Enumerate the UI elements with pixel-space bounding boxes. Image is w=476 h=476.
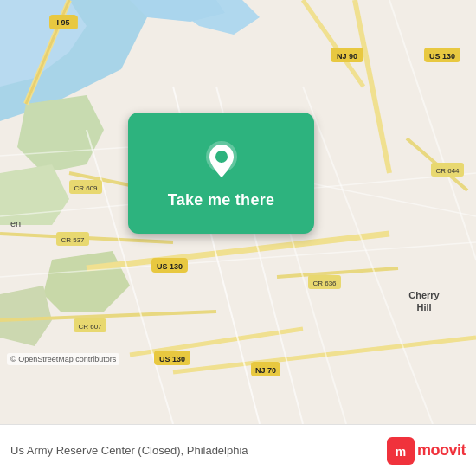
svg-text:NJ 70: NJ 70 <box>255 366 276 375</box>
place-name: Us Army Reserve Center (Closed), Philade… <box>10 444 248 457</box>
svg-text:CR 607: CR 607 <box>78 323 102 331</box>
map-container: I 95 US 130 NJ 90 US 130 CR 609 CR 537 C… <box>0 0 476 424</box>
svg-text:US 130: US 130 <box>159 355 185 363</box>
take-me-there-button-label: Take me there <box>168 191 275 209</box>
svg-text:US 130: US 130 <box>429 52 455 61</box>
take-me-there-card[interactable]: Take me there <box>128 113 314 234</box>
svg-point-58 <box>215 151 228 163</box>
svg-text:I 95: I 95 <box>56 18 69 27</box>
svg-text:Hill: Hill <box>416 302 431 312</box>
moovit-logo: m moovit <box>387 437 466 465</box>
svg-text:CR 644: CR 644 <box>435 167 460 175</box>
moovit-text: moovit <box>417 441 466 460</box>
osm-credit: © OpenStreetMap contributors <box>7 353 119 365</box>
moovit-icon: m <box>387 437 415 465</box>
svg-text:m: m <box>396 445 406 459</box>
svg-text:en: en <box>10 218 21 228</box>
svg-text:CR 609: CR 609 <box>74 184 98 192</box>
bottom-bar: Us Army Reserve Center (Closed), Philade… <box>0 424 476 476</box>
svg-text:CR 537: CR 537 <box>61 236 85 244</box>
svg-text:NJ 90: NJ 90 <box>337 52 357 61</box>
svg-text:US 130: US 130 <box>157 262 183 271</box>
svg-text:CR 636: CR 636 <box>312 280 337 287</box>
svg-text:Cherry: Cherry <box>408 290 440 300</box>
location-pin-icon <box>199 138 244 183</box>
